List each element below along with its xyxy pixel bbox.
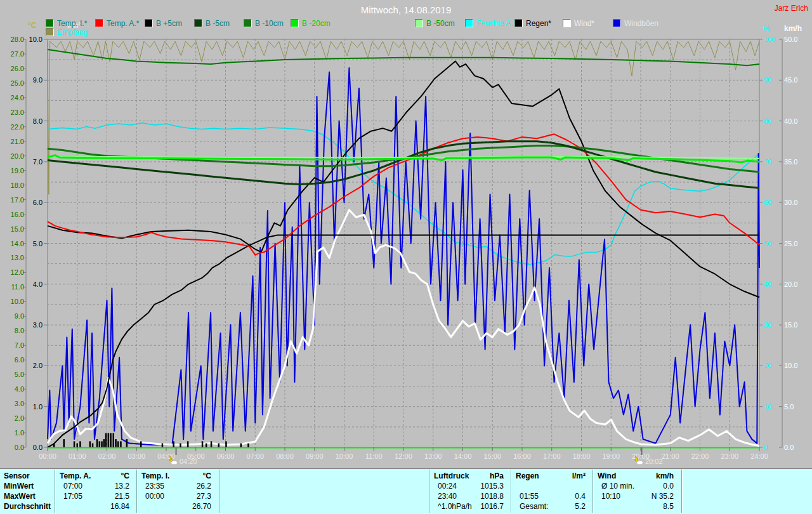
tick-label: 90	[764, 76, 771, 84]
tick-label: 09:00	[306, 452, 324, 460]
rain-bar	[115, 439, 117, 447]
tick-label: 17:00	[543, 452, 561, 460]
table-value: 21.5	[56, 492, 129, 501]
tick-label: 30	[764, 321, 771, 329]
table-col-unit: hPa	[430, 471, 504, 480]
rain-bar	[202, 441, 204, 447]
table-column-separator	[429, 470, 429, 513]
tick-label: 7.0	[33, 158, 43, 166]
table-column-separator	[593, 470, 593, 513]
rain-bar	[162, 444, 164, 447]
tick-label: 08:00	[276, 452, 294, 460]
tick-label: 23.0	[11, 109, 24, 116]
tick-label: 4.0	[33, 280, 43, 288]
tick-label: 11.0	[11, 283, 24, 291]
sunset-time-label: 20:02	[645, 458, 663, 465]
rain-bar	[206, 444, 207, 447]
rain-bar	[101, 441, 103, 447]
table-corner-label: Sensor	[4, 471, 30, 480]
tick-label: 03:00	[128, 452, 145, 460]
table-value: 26.70	[138, 502, 211, 511]
tick-label: 35.0	[784, 158, 797, 166]
tick-label: 3.0	[33, 321, 43, 329]
rain-bar	[211, 441, 213, 447]
tick-label: 30.0	[784, 199, 797, 206]
tick-label: 15:00	[483, 452, 501, 460]
tick-label: 19.0	[11, 167, 24, 175]
table-row-label: MinWert	[4, 482, 34, 491]
tick-label: 24:00	[750, 452, 768, 460]
rain-bar	[74, 441, 75, 447]
rain-bar	[77, 444, 79, 447]
tick-label: 13.0	[11, 254, 24, 261]
rain-bar	[180, 444, 181, 447]
tick-label: 9.0	[15, 312, 24, 320]
tick-label: 1.0	[33, 403, 43, 411]
tick-label: 80	[764, 117, 771, 125]
tick-label: 1.0	[15, 429, 24, 437]
rain-bar	[120, 441, 122, 447]
rain-bar	[126, 439, 128, 447]
rain-bar	[79, 441, 81, 447]
table-value: 1015.3	[430, 482, 504, 491]
tick-label: 26.0	[11, 65, 24, 72]
tick-label: 3.0	[15, 400, 24, 407]
table-column-separator	[681, 470, 682, 513]
weather-station-window: Mittwoch, 14.08.2019 Jarz Erich °C l/m² …	[0, 0, 812, 514]
table-col-unit: l/m²	[512, 471, 586, 480]
tick-label: 10.0	[784, 362, 797, 369]
rain-bar	[63, 439, 65, 447]
tick-label: 20.0	[784, 280, 797, 288]
tick-label: 2.0	[15, 414, 24, 422]
tick-label: 01:00	[69, 452, 86, 460]
table-value: N 35.2	[594, 492, 674, 501]
table-value: 0.0	[594, 482, 674, 491]
tick-label: 9.0	[33, 76, 43, 84]
tick-label: 6.0	[15, 356, 24, 364]
rain-bar	[247, 444, 249, 447]
table-col-unit: °C	[56, 471, 129, 480]
tick-label: 19:00	[602, 452, 620, 460]
table-value: 27.3	[138, 492, 211, 501]
tick-label: 25.0	[784, 240, 797, 247]
table-value: 1018.8	[430, 492, 504, 501]
weather-chart: 0.01.02.03.04.05.06.07.08.09.010.011.012…	[0, 0, 812, 514]
rain-bar	[225, 441, 227, 447]
summary-table: SensorMinWertMaxWertDurchschnittTemp. A.…	[0, 468, 812, 514]
rain-bar	[89, 441, 91, 447]
tick-label: 10.0	[11, 298, 24, 305]
tick-label: 02:00	[98, 452, 116, 460]
rain-bar	[99, 441, 101, 447]
tick-label: 45.0	[784, 76, 797, 84]
tick-label: 14:00	[454, 452, 472, 460]
tick-label: 40	[764, 280, 771, 288]
tick-label: 5.0	[33, 240, 43, 247]
tick-label: 7.0	[15, 341, 24, 349]
sunrise-cloud-icon	[171, 461, 177, 465]
tick-label: 07:00	[246, 452, 264, 460]
tick-label: 6.0	[33, 199, 43, 206]
rain-bar	[96, 439, 98, 447]
rain-bar	[92, 444, 94, 447]
tick-label: 16.0	[11, 211, 24, 218]
rain-bar	[105, 433, 107, 448]
table-column-separator	[511, 470, 511, 513]
tick-label: 5.0	[15, 371, 24, 378]
tick-label: 8.0	[33, 117, 43, 125]
tick-label: 16:00	[513, 452, 531, 460]
tick-label: 4.0	[15, 385, 24, 393]
tick-label: 10	[764, 403, 771, 411]
table-value: 26.2	[138, 482, 211, 491]
table-value: 16.84	[56, 502, 129, 511]
series-feuchte	[48, 123, 759, 265]
rain-bar	[117, 441, 119, 447]
sunset-cloud-icon	[637, 461, 643, 465]
tick-label: 13:00	[424, 452, 442, 460]
tick-label: 15.0	[784, 321, 797, 329]
rain-bar	[218, 444, 220, 447]
tick-label: 21.0	[11, 138, 24, 145]
tick-label: 5.0	[784, 403, 794, 411]
tick-label: 60	[764, 199, 771, 206]
tick-label: 10.0	[29, 36, 43, 43]
table-value: 5.2	[512, 502, 586, 511]
